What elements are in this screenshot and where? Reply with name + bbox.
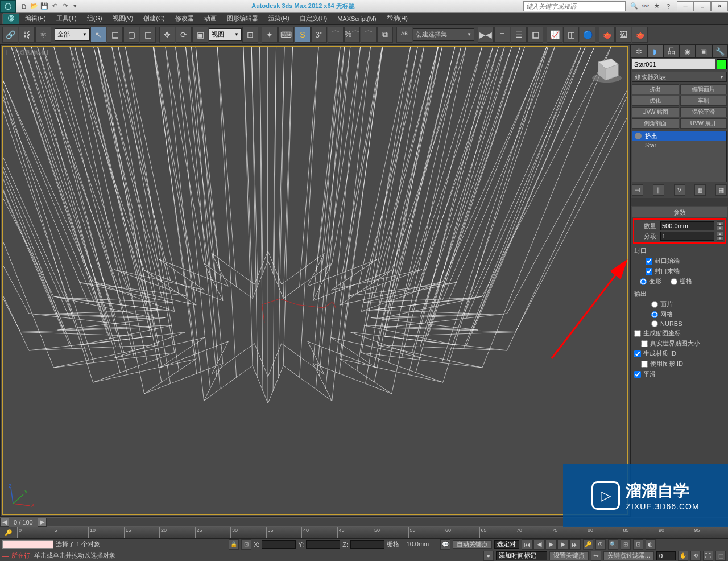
layer-manager-icon[interactable]: ▦ bbox=[527, 27, 543, 43]
goto-start-icon[interactable]: ⏮ bbox=[522, 539, 533, 550]
frame-input[interactable]: 0 bbox=[656, 551, 676, 560]
smooth-checkbox[interactable] bbox=[634, 371, 641, 378]
gen-matid-checkbox[interactable] bbox=[634, 350, 641, 357]
zoom-all-icon[interactable]: ⊞ bbox=[621, 539, 631, 550]
visibility-icon[interactable] bbox=[635, 133, 642, 139]
y-input[interactable] bbox=[306, 540, 340, 549]
manipulate-icon[interactable]: ✦ bbox=[262, 27, 278, 43]
script-rec-icon[interactable]: ● bbox=[483, 551, 494, 561]
mod-uvwunwrap-button[interactable]: UVW 展开 bbox=[680, 118, 727, 129]
select-object-icon[interactable]: ↖ bbox=[90, 27, 106, 43]
unlink-icon[interactable]: ⛓ bbox=[19, 27, 35, 43]
max-toggle-icon[interactable]: ⛶ bbox=[703, 551, 713, 561]
align-icon[interactable]: ≡ bbox=[494, 27, 510, 43]
zoom-icon[interactable]: 🔍 bbox=[608, 539, 618, 550]
help-search-input[interactable] bbox=[523, 1, 626, 11]
nurbs-radio[interactable] bbox=[651, 320, 658, 327]
modifier-list-dropdown[interactable]: 修改器列表▼ bbox=[632, 72, 727, 82]
snap-icon[interactable]: ⌒ bbox=[361, 27, 377, 43]
viewport-label[interactable]: [ + ] [透视] [线框] bbox=[6, 48, 48, 56]
magnet-icon[interactable]: ⧉ bbox=[377, 27, 393, 43]
mesh-radio[interactable] bbox=[651, 311, 658, 318]
spin-snap-icon[interactable]: %⌒ bbox=[344, 27, 360, 43]
pin-stack-icon[interactable]: ⊣ bbox=[632, 184, 643, 196]
z-input[interactable] bbox=[350, 540, 384, 549]
app-menu-button[interactable]: Ⓢ bbox=[2, 13, 19, 24]
menu-rendering[interactable]: 渲染(R) bbox=[264, 13, 294, 24]
selected-set-input[interactable]: 选定对 bbox=[494, 540, 519, 549]
tab-motion-icon[interactable]: ◉ bbox=[680, 44, 696, 58]
move-icon[interactable]: ✥ bbox=[159, 27, 175, 43]
show-end-icon[interactable]: ∥ bbox=[653, 184, 664, 196]
x-input[interactable] bbox=[262, 540, 296, 549]
remove-mod-icon[interactable]: 🗑 bbox=[694, 184, 706, 196]
time-config-icon[interactable]: ⏱ bbox=[595, 539, 606, 550]
add-time-tag[interactable]: 添加时间标记 bbox=[496, 551, 547, 560]
mod-chamfer-button[interactable]: 倒角剖面 bbox=[632, 118, 679, 129]
percent-snap-icon[interactable]: ⌒ bbox=[328, 27, 344, 43]
new-icon[interactable]: 🗋 bbox=[19, 2, 28, 11]
favorite-icon[interactable]: ★ bbox=[652, 1, 662, 11]
menu-customize[interactable]: 自定义(U) bbox=[295, 13, 332, 24]
play-icon[interactable]: ▶ bbox=[545, 539, 557, 550]
material-editor-icon[interactable]: 🔵 bbox=[580, 27, 595, 43]
mod-editmesh-button[interactable]: 编辑面片 bbox=[680, 84, 727, 94]
edit-named-sel-icon[interactable]: ᴬᴮ bbox=[396, 27, 412, 43]
menu-animation[interactable]: 动画 bbox=[200, 13, 221, 24]
undo-icon[interactable]: ↶ bbox=[50, 2, 59, 11]
key-filter-button[interactable]: 关键点过滤器... bbox=[603, 551, 654, 560]
amount-up-icon[interactable]: ▲ bbox=[717, 221, 723, 226]
open-icon[interactable]: 📂 bbox=[30, 2, 39, 11]
tab-hierarchy-icon[interactable]: 品 bbox=[663, 44, 680, 58]
pan-icon[interactable]: ✋ bbox=[678, 551, 688, 561]
close-button[interactable]: ✕ bbox=[711, 1, 728, 11]
orbit-icon[interactable]: ⟲ bbox=[690, 551, 701, 561]
isolate-icon[interactable]: ⊡ bbox=[241, 539, 251, 550]
menu-graph[interactable]: 图形编辑器 bbox=[222, 13, 263, 24]
render-icon[interactable]: 🫖 bbox=[632, 27, 648, 43]
make-unique-icon[interactable]: ∀ bbox=[674, 184, 685, 196]
real-world-checkbox[interactable] bbox=[641, 340, 648, 347]
stack-item-extrude[interactable]: 挤出 bbox=[632, 131, 726, 141]
grid-radio[interactable] bbox=[671, 278, 677, 285]
mod-extrude-button[interactable]: 挤出 bbox=[632, 84, 679, 94]
timeline-key-icon[interactable]: 🔑 bbox=[0, 527, 17, 538]
minimize-button[interactable]: ─ bbox=[677, 1, 694, 11]
amount-down-icon[interactable]: ▼ bbox=[717, 226, 723, 230]
snap-toggle-icon[interactable]: S bbox=[295, 27, 311, 43]
zoom-ext-icon[interactable]: ⊡ bbox=[633, 539, 643, 550]
named-selection-dropdown[interactable]: 创建选择集▼ bbox=[413, 28, 474, 41]
help-icon[interactable]: ? bbox=[663, 1, 673, 11]
patch-radio[interactable] bbox=[651, 301, 658, 308]
segments-up-icon[interactable]: ▲ bbox=[717, 232, 723, 236]
minmax-icon[interactable]: ◲ bbox=[715, 551, 726, 561]
maximize-button[interactable]: □ bbox=[694, 1, 711, 11]
slider-left-icon[interactable]: ◀ bbox=[0, 518, 9, 527]
link-icon[interactable]: 🔗 bbox=[2, 27, 18, 43]
mirror-icon[interactable]: ▶◀ bbox=[478, 27, 494, 43]
mod-lathe-button[interactable]: 车削 bbox=[680, 96, 727, 106]
slider-right-icon[interactable]: ▶ bbox=[38, 518, 47, 527]
mod-optimize-button[interactable]: 优化 bbox=[632, 96, 679, 106]
schematic-icon[interactable]: ◫ bbox=[563, 27, 579, 43]
layers-icon[interactable]: ☰ bbox=[511, 27, 527, 43]
menu-edit[interactable]: 编辑(E) bbox=[20, 13, 51, 24]
morph-radio[interactable] bbox=[640, 278, 647, 285]
next-frame-icon[interactable]: ▶ bbox=[557, 539, 569, 550]
menu-create[interactable]: 创建(C) bbox=[139, 13, 169, 24]
binoculars-icon[interactable]: 👓 bbox=[640, 1, 651, 11]
setkey-button[interactable]: 设置关键点 bbox=[549, 551, 589, 560]
menu-modifiers[interactable]: 修改器 bbox=[171, 13, 198, 24]
redo-icon[interactable]: ↷ bbox=[60, 2, 69, 11]
app-icon[interactable]: ◯ bbox=[0, 0, 16, 13]
mod-uvwmap-button[interactable]: UVW 贴图 bbox=[632, 107, 679, 117]
configure-icon[interactable]: ▦ bbox=[715, 184, 727, 196]
listener-mini-input[interactable] bbox=[2, 540, 53, 549]
tab-create-icon[interactable]: ✲ bbox=[631, 44, 647, 58]
rotate-icon[interactable]: ⟳ bbox=[176, 27, 192, 43]
tab-modify-icon[interactable]: ◗ bbox=[647, 44, 664, 58]
comm-center-icon[interactable]: 💬 bbox=[440, 539, 450, 550]
menu-tools[interactable]: 工具(T) bbox=[52, 13, 81, 24]
object-name-input[interactable]: Star001 bbox=[632, 59, 715, 69]
menu-help[interactable]: 帮助(H) bbox=[382, 13, 412, 24]
